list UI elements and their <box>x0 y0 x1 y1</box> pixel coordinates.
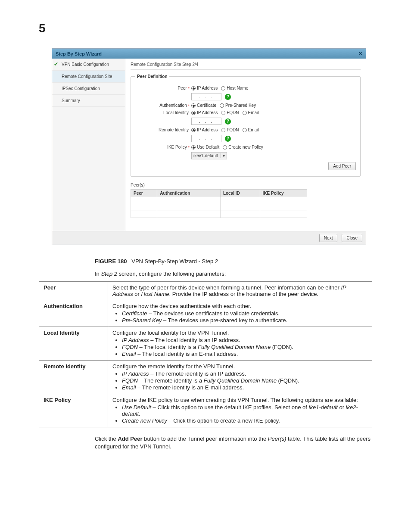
row-ike-select: ikev1-default ▾ <box>135 152 356 159</box>
close-button[interactable]: Close <box>342 234 362 242</box>
label-remote-id: Remote Identity <box>135 128 191 132</box>
required-star: * <box>188 103 190 108</box>
radio-remote-email[interactable]: Email <box>243 128 259 132</box>
radio-local-ip[interactable]: IP Address <box>191 110 218 115</box>
row-peer-input: . . . ? <box>135 93 356 100</box>
row-remote-id: Remote Identity IP Address FQDN Email <box>135 128 356 132</box>
sidebar-item-summary[interactable]: Summary <box>52 95 125 107</box>
remote-ip-input[interactable]: . . . <box>191 135 221 142</box>
required-star: * <box>188 86 190 90</box>
chevron-down-icon: ▾ <box>221 153 225 158</box>
label-auth: Authentication * <box>135 103 191 108</box>
closing-text: Click the Add Peer button to add the Tun… <box>95 435 372 451</box>
table-row <box>131 204 307 211</box>
radio-remote-ip[interactable]: IP Address <box>191 128 218 132</box>
help-icon[interactable]: ? <box>225 118 231 124</box>
sidebar-item-ipsec-config[interactable]: IPSec Configuration <box>52 83 125 95</box>
param-name: IKE Policy <box>39 394 108 427</box>
check-icon: ✔ <box>54 61 58 67</box>
wizard-title-bar: Step By Step Wizard ✕ <box>52 49 366 59</box>
required-star: * <box>188 145 190 149</box>
peer-ip-input[interactable]: . . . <box>191 93 221 100</box>
row-peer: Peer * IP Address Host Name <box>135 86 356 90</box>
wizard-window: Step By Step Wizard ✕ ✔ VPN Basic Config… <box>52 48 366 245</box>
param-row-ike: IKE Policy Configure the IKE policy to u… <box>39 394 372 427</box>
next-button[interactable]: Next <box>319 234 338 242</box>
param-row-local: Local Identity Configure the local ident… <box>39 327 372 361</box>
col-auth: Authentication <box>157 190 221 197</box>
param-desc: Configure how the devices authenticate w… <box>108 300 372 327</box>
radio-auth-psk[interactable]: Pre-Shared Key <box>220 103 256 108</box>
label-local-id: Local Identity <box>135 110 191 115</box>
parameter-table: Peer Select the type of peer for this de… <box>39 281 372 427</box>
sidebar-item-remote-config[interactable]: Remote Configuration Site <box>52 71 125 83</box>
wizard-footer: Next Close <box>52 231 366 245</box>
local-ip-input[interactable]: . . . <box>191 118 221 125</box>
peer-definition-fieldset: Peer Definition Peer * IP Address Host N… <box>131 74 361 177</box>
radio-ike-usedefault[interactable]: Use Default <box>191 145 219 149</box>
param-name: Authentication <box>39 300 108 327</box>
param-desc: Configure the IKE policy to use when cre… <box>108 394 372 427</box>
add-peer-button[interactable]: Add Peer <box>328 162 356 170</box>
row-local-id: Local Identity IP Address FQDN Email <box>135 110 356 115</box>
sidebar-item-label: VPN Basic Configuration <box>62 62 109 67</box>
radio-local-fqdn[interactable]: FQDN <box>221 110 239 115</box>
ike-policy-select[interactable]: ikev1-default ▾ <box>191 152 227 159</box>
figure-caption: FIGURE 180 VPN Step-By-Step Wizard - Ste… <box>95 258 372 264</box>
sidebar-item-label: Summary <box>62 98 80 103</box>
peer-definition-legend: Peer Definition <box>135 74 169 79</box>
help-icon[interactable]: ? <box>225 136 231 142</box>
param-desc: Configure the local identity for the VPN… <box>108 327 372 361</box>
sidebar-item-vpn-basic[interactable]: ✔ VPN Basic Configuration <box>52 59 125 71</box>
row-ike: IKE Policy * Use Default Create new Poli… <box>135 145 356 149</box>
row-auth: Authentication * Certificate Pre-Shared … <box>135 103 356 108</box>
peers-table: Peer Authentication Local ID IKE Policy <box>131 189 307 218</box>
radio-auth-cert[interactable]: Certificate <box>191 103 216 108</box>
radio-ike-createnew[interactable]: Create new Policy <box>223 145 263 149</box>
peers-label: Peer(s) <box>131 183 361 187</box>
param-name: Local Identity <box>39 327 108 361</box>
wizard-sidebar: ✔ VPN Basic Configuration Remote Configu… <box>52 59 125 231</box>
sidebar-item-label: IPSec Configuration <box>62 86 100 91</box>
radio-local-email[interactable]: Email <box>243 110 259 115</box>
param-row-remote: Remote Identity Configure the remote ide… <box>39 361 372 394</box>
row-local-input: . . . ? <box>135 118 356 125</box>
param-desc: Select the type of peer for this device … <box>108 282 372 300</box>
table-row <box>131 211 307 218</box>
label-peer: Peer * <box>135 86 191 90</box>
param-row-peer: Peer Select the type of peer for this de… <box>39 282 372 300</box>
wizard-body: ✔ VPN Basic Configuration Remote Configu… <box>52 59 366 231</box>
radio-remote-fqdn[interactable]: FQDN <box>221 128 239 132</box>
wizard-main: Remote Configuration Site Step 2/4 Peer … <box>125 59 366 231</box>
wizard-title-text: Step By Step Wizard <box>56 51 102 56</box>
col-ike: IKE Policy <box>260 190 307 197</box>
page-number: 5 <box>39 22 372 35</box>
radio-peer-hostname[interactable]: Host Name <box>221 86 248 90</box>
sidebar-item-label: Remote Configuration Site <box>62 74 112 79</box>
table-row <box>131 197 307 204</box>
col-localid: Local ID <box>220 190 260 197</box>
intro-text: In Step 2 screen, configure the followin… <box>95 271 372 277</box>
param-name: Peer <box>39 282 108 300</box>
help-icon[interactable]: ? <box>225 94 231 100</box>
wizard-step-header: Remote Configuration Site Step 2/4 <box>131 62 361 70</box>
row-remote-input: . . . ? <box>135 135 356 142</box>
param-desc: Configure the remote identity for the VP… <box>108 361 372 394</box>
close-icon[interactable]: ✕ <box>358 51 362 56</box>
radio-peer-ip[interactable]: IP Address <box>191 86 218 90</box>
label-ike: IKE Policy * <box>135 145 191 149</box>
col-peer: Peer <box>131 190 157 197</box>
param-row-auth: Authentication Configure how the devices… <box>39 300 372 327</box>
param-name: Remote Identity <box>39 361 108 394</box>
